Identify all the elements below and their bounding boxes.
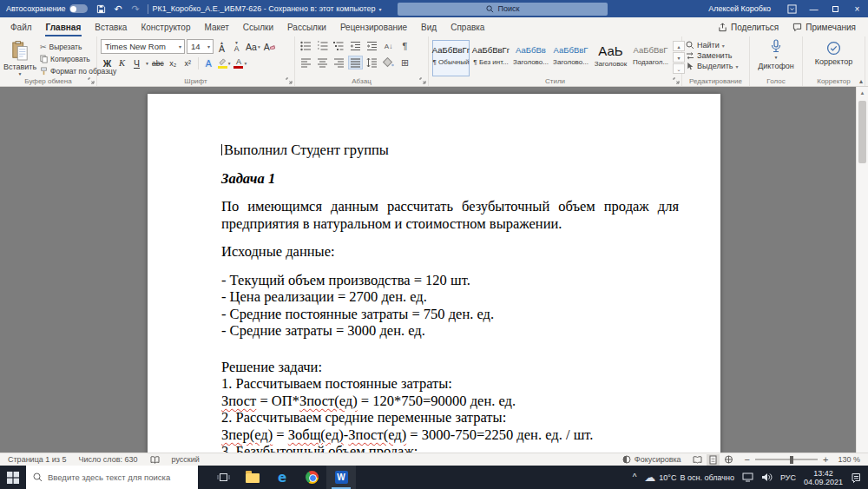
comments-button[interactable]: Примечания	[792, 23, 856, 32]
collapse-ribbon-button[interactable]: ▴	[859, 77, 863, 85]
font-size-combo[interactable]: 14▾	[187, 39, 214, 54]
change-case-button[interactable]: Аа▾	[245, 40, 261, 54]
autosave-control[interactable]: Автосохранение	[0, 0, 94, 17]
save-button[interactable]	[94, 1, 108, 17]
highlight-color-button[interactable]: ▾	[217, 56, 232, 70]
minimize-button[interactable]: —	[803, 0, 825, 17]
zoom-in-button[interactable]: +	[823, 455, 828, 464]
sort-button[interactable]: А↓	[381, 39, 396, 53]
style-normal[interactable]: АаБбВвГг¶ Обычный	[432, 40, 470, 76]
print-layout-button[interactable]	[707, 454, 720, 466]
text-effects-button[interactable]: А	[202, 56, 215, 70]
shrink-font-button[interactable]: ▼А	[230, 40, 243, 54]
document-text[interactable]: Выполнил Студент группы Задача 1 По имею…	[221, 142, 679, 453]
bullets-button[interactable]	[299, 39, 313, 53]
document-title[interactable]: РК1_Коробко_А.Е._ИБМ7-626 - Сохранено в:…	[153, 4, 382, 13]
underline-button[interactable]: Ч	[130, 56, 143, 70]
user-name[interactable]: Алексей Коробко	[708, 4, 771, 13]
scroll-up-button[interactable]: ▲	[857, 87, 868, 99]
tab-mailings[interactable]: Рассылки	[280, 17, 333, 36]
redo-button[interactable]: ↷	[128, 1, 143, 17]
multilevel-list-button[interactable]	[332, 39, 346, 53]
styles-dialog-launcher[interactable]	[673, 77, 680, 84]
tab-help[interactable]: Справка	[444, 17, 491, 36]
maximize-button[interactable]	[825, 0, 846, 17]
dictate-button[interactable]: ▼ Диктофон	[758, 39, 794, 70]
file-explorer-icon[interactable]	[238, 466, 267, 489]
align-center-button[interactable]	[315, 56, 330, 69]
line-spacing-button[interactable]	[365, 56, 379, 69]
clipboard-dialog-launcher[interactable]	[88, 77, 95, 84]
word-count[interactable]: Число слов: 630	[78, 455, 137, 464]
justify-button[interactable]	[348, 56, 363, 69]
chrome-icon[interactable]	[297, 466, 326, 489]
taskbar-clock[interactable]: 13:42 04.09.2021	[804, 469, 843, 486]
strikethrough-button[interactable]: abc	[151, 56, 165, 70]
subscript-button[interactable]: x₂	[167, 56, 180, 70]
close-button[interactable]: ×	[846, 0, 868, 17]
read-mode-button[interactable]	[691, 454, 704, 466]
style-subtitle[interactable]: АаБбВвГПодзагол...	[632, 40, 669, 76]
increase-indent-button[interactable]	[365, 39, 379, 53]
font-family-combo[interactable]: Times New Rom▾	[101, 39, 185, 54]
align-right-button[interactable]	[332, 56, 346, 69]
volume-icon[interactable]	[761, 472, 773, 482]
undo-button[interactable]: ↶	[111, 1, 126, 17]
tab-home[interactable]: Главная	[39, 17, 89, 36]
weather-widget[interactable]: ☁ 10°C В осн. облачно	[644, 472, 734, 483]
shading-button[interactable]	[381, 56, 396, 69]
borders-button[interactable]: ⊞	[398, 56, 412, 69]
scrollbar-thumb[interactable]	[858, 101, 866, 163]
edge-icon[interactable]: e	[267, 466, 297, 489]
proofing-errors-button[interactable]	[150, 456, 160, 464]
start-button[interactable]	[0, 466, 26, 489]
web-layout-button[interactable]	[722, 454, 735, 466]
style-title[interactable]: АаЬЗаголовок	[592, 40, 629, 76]
paste-button[interactable]: Вставить ▼	[3, 39, 36, 76]
document-page[interactable]: Выполнил Студент группы Задача 1 По имею…	[148, 94, 720, 453]
zoom-slider[interactable]	[755, 459, 818, 460]
grow-font-button[interactable]: ▲А	[215, 40, 228, 54]
font-color-button[interactable]: А▾	[233, 56, 247, 70]
ribbon-display-options-button[interactable]	[781, 0, 803, 17]
tab-insert[interactable]: Вставка	[88, 17, 134, 36]
editor-button[interactable]: Корректор	[815, 39, 852, 66]
document-area[interactable]: Выполнил Студент группы Задача 1 По имею…	[0, 87, 868, 453]
tab-references[interactable]: Ссылки	[236, 17, 280, 36]
select-button[interactable]: Выделить▾	[686, 62, 746, 70]
hidden-icons-chevron[interactable]: ^	[633, 472, 637, 482]
task-view-button[interactable]	[208, 466, 238, 489]
share-button[interactable]: Поделиться	[718, 23, 779, 32]
find-button[interactable]: Найти▾	[686, 41, 746, 50]
superscript-button[interactable]: x²	[181, 56, 194, 70]
zoom-out-button[interactable]: −	[745, 455, 750, 464]
taskbar-search-box[interactable]: Введите здесь текст для поиска	[26, 466, 198, 489]
numbering-button[interactable]	[315, 39, 330, 53]
tab-design[interactable]: Конструктор	[134, 17, 197, 36]
network-icon[interactable]	[742, 472, 753, 482]
style-no-spacing[interactable]: АаБбВвГг¶ Без инт...	[472, 40, 510, 76]
tab-file[interactable]: Файл	[3, 17, 39, 36]
tab-layout[interactable]: Макет	[197, 17, 235, 36]
language-indicator[interactable]: русский	[172, 455, 200, 464]
style-heading-2[interactable]: АаБбВвГЗаголово...	[552, 40, 589, 76]
clear-formatting-button[interactable]: А	[263, 40, 276, 54]
align-left-button[interactable]	[299, 56, 313, 69]
word-taskbar-icon[interactable]: W	[326, 466, 356, 489]
decrease-indent-button[interactable]	[348, 39, 363, 53]
italic-button[interactable]: К	[115, 56, 128, 70]
titlebar-search-box[interactable]: Поиск	[398, 3, 608, 16]
focus-mode-button[interactable]: Фокусировка	[622, 455, 681, 464]
tab-view[interactable]: Вид	[414, 17, 444, 36]
keybo ard-language[interactable]: РУС	[780, 473, 796, 482]
paragraph-dialog-launcher[interactable]	[419, 77, 426, 84]
zoom-slider-knob[interactable]	[790, 456, 793, 464]
style-heading-1[interactable]: АаБбВвЗаголово...	[512, 40, 549, 76]
tab-review[interactable]: Рецензирование	[333, 17, 414, 36]
vertical-scrollbar[interactable]: ▲	[856, 87, 868, 453]
zoom-level[interactable]: 130 %	[838, 455, 860, 464]
bold-button[interactable]: Ж	[101, 56, 114, 70]
notification-center-icon[interactable]	[851, 472, 861, 483]
replace-button[interactable]: Заменить	[686, 51, 746, 60]
page-indicator[interactable]: Страница 1 из 5	[8, 455, 66, 464]
